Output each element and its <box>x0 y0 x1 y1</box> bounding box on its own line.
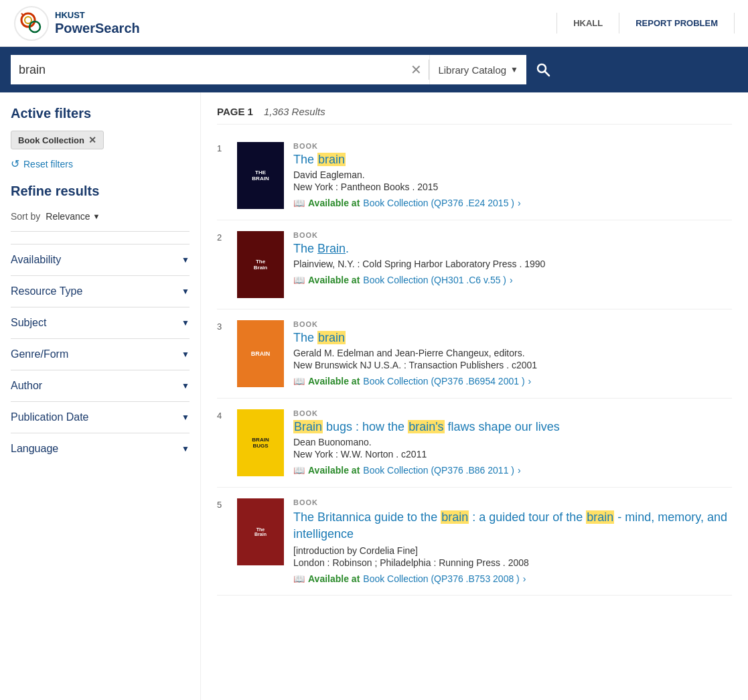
item-author-3: Gerald M. Edelman and Jean-Pierre Change… <box>293 348 732 358</box>
catalog-selector[interactable]: Library Catalog ▼ <box>429 55 526 84</box>
item-publication-2: Plainview, N.Y. : Cold Spring Harbor Lab… <box>293 259 732 269</box>
item-details-2: BOOK The Brain. Plainview, N.Y. : Cold S… <box>293 231 732 298</box>
item-title-4[interactable]: Brain bugs : how the brain's flaws shape… <box>293 420 732 434</box>
search-bar: ✕ Library Catalog ▼ <box>0 47 748 92</box>
avail-link-3[interactable]: Book Collection (QP376 .B6954 2001 ) <box>363 376 524 387</box>
item-title-2[interactable]: The Brain. <box>293 242 732 256</box>
book-icon-4: 📖 <box>293 465 305 476</box>
main-layout: Active filters Book Collection ✕ ↺ Reset… <box>0 92 748 700</box>
filter-availability-label: Availability <box>11 254 61 266</box>
filter-genre-form[interactable]: Genre/Form ▼ <box>11 338 190 370</box>
filter-language-label: Language <box>11 443 58 455</box>
book-icon-2: 📖 <box>293 275 305 285</box>
avail-arrow-1: › <box>518 198 521 208</box>
page-label: PAGE 1 <box>217 106 253 117</box>
catalog-label: Library Catalog <box>438 64 506 76</box>
avail-link-1[interactable]: Book Collection (QP376 .E24 2015 ) <box>363 198 514 208</box>
filter-resource-type[interactable]: Resource Type ▼ <box>11 275 190 307</box>
book-cover-5: TheBrain <box>237 498 284 565</box>
avail-link-4[interactable]: Book Collection (QP376 .B86 2011 ) <box>363 465 514 476</box>
filter-genre-form-chevron-icon: ▼ <box>181 350 190 359</box>
item-availability-5: 📖 Available at Book Collection (QP376 .B… <box>293 573 732 584</box>
title-highlight-3: brain <box>317 331 346 344</box>
item-number: 3 <box>217 320 228 387</box>
filter-availability[interactable]: Availability ▼ <box>11 244 190 275</box>
filter-subject[interactable]: Subject ▼ <box>11 307 190 338</box>
avail-arrow-2: › <box>510 275 513 285</box>
item-publication-5: London : Robinson ; Philadelphia : Runni… <box>293 557 732 568</box>
title-highlight-4a: Brain <box>293 420 323 433</box>
reset-label: Reset filters <box>23 159 73 169</box>
svg-line-6 <box>545 72 550 76</box>
result-item: 3 BRAIN BOOK The brain Gerald M. Edelman… <box>217 309 732 399</box>
clear-button[interactable]: ✕ <box>404 62 429 78</box>
title-highlight-5a: brain <box>441 510 469 524</box>
nav-report-problem[interactable]: REPORT PROBLEM <box>619 13 735 33</box>
results-count: 1,363 Results <box>264 106 325 117</box>
filter-subject-chevron-icon: ▼ <box>181 318 190 328</box>
book-icon-1: 📖 <box>293 198 305 208</box>
result-item: 4 BRAINBUGS BOOK Brain bugs : how the br… <box>217 399 732 488</box>
remove-filter-button[interactable]: ✕ <box>88 135 96 145</box>
catalog-chevron-icon: ▼ <box>510 65 518 74</box>
filter-publication-date[interactable]: Publication Date ▼ <box>11 401 190 433</box>
filter-author-chevron-icon: ▼ <box>181 381 190 391</box>
book-icon-5: 📖 <box>293 573 305 584</box>
filter-subject-label: Subject <box>11 317 46 329</box>
search-icon <box>536 62 550 77</box>
item-publication-1: New York : Pantheon Books . 2015 <box>293 182 732 192</box>
item-type-3: BOOK <box>293 320 732 328</box>
reset-filters-button[interactable]: ↺ Reset filters <box>11 157 190 170</box>
filter-availability-chevron-icon: ▼ <box>181 255 190 265</box>
refine-results-title: Refine results <box>11 184 190 199</box>
sidebar: Active filters Book Collection ✕ ↺ Reset… <box>0 92 201 700</box>
results-area: PAGE 1 1,363 Results 1 THEBRAIN BOOK The… <box>201 92 748 700</box>
book-cover-1: THEBRAIN <box>237 142 284 209</box>
item-title-5[interactable]: The Britannica guide to the brain : a gu… <box>293 509 732 543</box>
search-button[interactable] <box>526 55 560 84</box>
sort-chevron-icon: ▼ <box>93 212 100 220</box>
logo-area: HKUST PowerSearch <box>13 5 140 42</box>
result-item: 5 TheBrain BOOK The Britannica guide to … <box>217 488 732 596</box>
filter-resource-type-chevron-icon: ▼ <box>181 287 190 296</box>
item-publication-4: New York : W.W. Norton . c2011 <box>293 449 732 460</box>
svg-line-4 <box>21 13 23 15</box>
item-type-5: BOOK <box>293 498 732 506</box>
item-availability-4: 📖 Available at Book Collection (QP376 .B… <box>293 465 732 476</box>
result-item: 1 THEBRAIN BOOK The brain David Eagleman… <box>217 131 732 220</box>
logo-text: HKUST PowerSearch <box>55 10 140 37</box>
avail-arrow-5: › <box>523 573 526 584</box>
sort-label: Sort by <box>11 211 40 222</box>
item-details-5: BOOK The Britannica guide to the brain :… <box>293 498 732 584</box>
search-input-container: ✕ Library Catalog ▼ <box>11 55 560 84</box>
book-cover-2: TheBrain <box>237 231 284 298</box>
header-nav: HKALL REPORT PROBLEM <box>556 13 735 33</box>
avail-link-5[interactable]: Book Collection (QP376 .B753 2008 ) <box>363 573 519 584</box>
item-details-3: BOOK The brain Gerald M. Edelman and Jea… <box>293 320 732 387</box>
results-header: PAGE 1 1,363 Results <box>217 106 732 125</box>
filter-publication-date-label: Publication Date <box>11 411 89 423</box>
avail-label-3: Available at <box>308 376 360 387</box>
avail-arrow-4: › <box>518 465 521 476</box>
title-highlight-5b: brain <box>586 510 614 524</box>
active-filter-badge: Book Collection ✕ <box>11 131 104 149</box>
filter-language[interactable]: Language ▼ <box>11 433 190 464</box>
avail-label-2: Available at <box>308 275 360 285</box>
filter-author-label: Author <box>11 380 42 392</box>
filter-genre-form-label: Genre/Form <box>11 348 68 360</box>
header: HKUST PowerSearch HKALL REPORT PROBLEM <box>0 0 748 47</box>
item-type-2: BOOK <box>293 231 732 239</box>
nav-hkall[interactable]: HKALL <box>557 13 619 33</box>
book-cover-3: BRAIN <box>237 320 284 387</box>
avail-label-5: Available at <box>308 573 360 584</box>
logo-icon <box>13 5 50 42</box>
item-title-1[interactable]: The brain <box>293 153 732 167</box>
search-input[interactable] <box>11 63 404 77</box>
reset-icon: ↺ <box>11 157 19 170</box>
sort-select[interactable]: Relevance ▼ <box>46 211 100 222</box>
item-number: 1 <box>217 142 228 209</box>
item-availability-2: 📖 Available at Book Collection (QH301 .C… <box>293 275 732 285</box>
filter-author[interactable]: Author ▼ <box>11 370 190 401</box>
item-title-3[interactable]: The brain <box>293 331 732 345</box>
avail-link-2[interactable]: Book Collection (QH301 .C6 v.55 ) <box>363 275 506 285</box>
